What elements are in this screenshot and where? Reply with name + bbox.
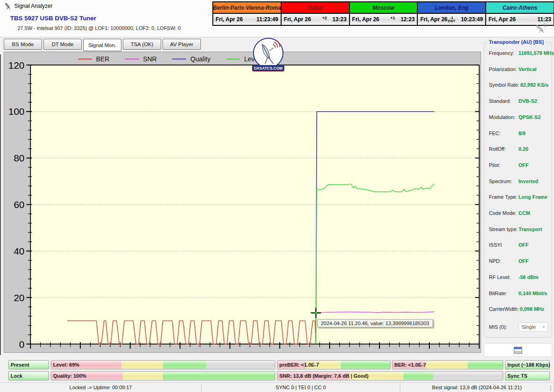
status-best-signal: Best signal: 13,9 dB (2024-04-26 11:21)	[400, 383, 554, 392]
clock-utc-offset: -1DST	[447, 14, 461, 22]
gauge-label: Quality: 100%	[53, 372, 86, 380]
transponder-value: 8/9	[518, 131, 525, 136]
gauge-label: BER: <1.0E-7	[394, 361, 426, 369]
svg-text:0: 0	[19, 339, 24, 350]
preber-gauge: preBER: <1.0E-7	[277, 360, 391, 369]
transponder-sidebar: Transponder (AU) [BS] Frequency:11691,57…	[484, 39, 552, 338]
gauge-label: preBER: <1.0E-7	[279, 361, 319, 369]
svg-text:60: 60	[14, 199, 24, 210]
window-title: Signal Analyzer	[14, 0, 53, 12]
lock-indicator: Lock	[8, 371, 49, 380]
gauge-label: SNR: 13,8 dB (Margin: 7,6 dB | Good)	[279, 372, 368, 380]
sync-ts-indicator: Sync TS	[505, 371, 550, 380]
transponder-list-button[interactable]	[484, 343, 552, 357]
transponder-label: Polarization:	[489, 66, 518, 72]
transponder-value: 0.20	[518, 146, 528, 152]
tab-signal-mon-[interactable]: Signal Mon.	[83, 39, 121, 51]
clock-time-value: 13:23	[332, 16, 347, 23]
transponder-row: Spectrum:Inverted	[489, 178, 548, 184]
transponder-row: FEC:8/9	[489, 131, 548, 136]
transponder-groupbox: Transponder (AU) [BS] Frequency:11691,57…	[484, 42, 552, 338]
dxsatcs-logo: DXSATCS.COM	[251, 38, 285, 71]
tab-av-player[interactable]: AV Player	[163, 39, 201, 50]
gauge-segment-green	[403, 372, 433, 380]
transponder-value: Vertical	[518, 66, 536, 72]
level-gauge: Level: 69%	[51, 360, 275, 369]
transponder-label: Stream type:	[489, 226, 518, 232]
transponder-value: Inverted	[518, 178, 538, 184]
transponder-label: Frequency:	[489, 50, 518, 56]
transponder-row: NPD:OFF	[489, 258, 548, 264]
gauge-segment-gray	[206, 361, 275, 369]
tuner-title: TBS 5927 USB DVB-S2 Tuner	[10, 15, 96, 22]
clock-date: Fri, Apr 26	[284, 16, 311, 23]
gauge-label: Level: 69%	[53, 361, 79, 369]
status-sync-counters: SYNC 0 | TEI 0 | CC 0	[202, 383, 400, 392]
tab-tsa-ok-[interactable]: TSA (OK)	[123, 39, 161, 50]
transponder-label: Spectrum:	[489, 178, 518, 184]
transponder-row: Symbol Rate:82,992 KS/s	[489, 82, 548, 88]
clock-utc-offset: +2	[311, 16, 332, 20]
transponder-row: Code Mode:CCM	[489, 210, 548, 216]
transponder-value: OFF	[518, 242, 529, 248]
transponder-row: ISSYIOFF	[489, 242, 548, 248]
transponder-value: 11691,579 MHz	[518, 50, 554, 56]
clock-zone-name-2: Moscow	[350, 2, 417, 13]
transponder-value: 82,992 KS/s	[520, 82, 548, 88]
transponder-row: RollOff:0.20	[489, 146, 548, 152]
transponder-row: Stream type:Transport	[489, 226, 548, 232]
logo-dish-art	[256, 41, 281, 65]
transponder-row-mis: MIS (0):Single▾	[489, 322, 548, 332]
transponder-label: Symbol Rate:	[489, 82, 519, 88]
transponder-row: CarrierWidth:0,098 MHz	[489, 306, 548, 312]
gauge-segment-yellow	[121, 361, 163, 369]
status-bar: Locked -> Uptime: 00:09:17 SYNC 0 | TEI …	[0, 382, 554, 392]
transponder-label: Standard:	[489, 98, 518, 104]
clock-date: Fri, Apr 26	[216, 16, 243, 23]
window-list-icon	[514, 347, 522, 354]
clock-zone-time-3: Fri, Apr 26-1DST10:23:49	[418, 14, 485, 25]
transponder-label: NPD:	[489, 258, 518, 264]
signal-chart-panel: BERSNRQualityLevel 020406080100120	[4, 52, 481, 353]
transponder-value: OFF	[518, 258, 529, 264]
gauge-segment-yellow	[426, 361, 468, 369]
transponder-label: Pilot:	[489, 162, 518, 168]
tab-dt-mode[interactable]: DT Mode	[43, 39, 82, 50]
window-left-edge	[0, 54, 1, 355]
satellite-dish-icon	[4, 2, 12, 10]
clock-time-value: 10:23:49	[461, 16, 483, 23]
transponder-label: CarrierWidth:	[489, 306, 519, 312]
resize-grip[interactable]	[549, 385, 553, 391]
transponder-value: 0,140 Mbit/s	[518, 291, 547, 296]
transponder-label: RF Level:	[489, 274, 518, 280]
svg-text:120: 120	[8, 60, 24, 71]
mis-dropdown[interactable]: Single▾	[518, 322, 548, 332]
transponder-label: RollOff:	[489, 146, 518, 152]
present-indicator: Present	[8, 360, 49, 369]
transponder-label: Code Mode:	[489, 210, 518, 216]
transponder-value: CCM	[518, 210, 530, 216]
svg-text:100: 100	[8, 106, 24, 117]
transponder-value: QPSK-S2	[518, 114, 541, 120]
transponder-row: Frequency:11691,579 MHz	[489, 50, 548, 56]
gauge-segment-green	[341, 361, 390, 369]
transponder-value: 0,098 MHz	[520, 306, 544, 312]
gauge-segment-gray	[433, 372, 503, 380]
gauge-segment-green	[468, 361, 503, 369]
transponder-row: Polarization:Vertical	[489, 66, 548, 72]
gauge-segment-green	[163, 372, 275, 380]
mis-value: Single	[522, 324, 536, 330]
transponder-label: BitRate:	[489, 291, 518, 296]
svg-text:20: 20	[14, 292, 24, 303]
dxsatcs-logo-text: DXSATCS.COM	[252, 65, 284, 71]
gauge-segment-yellow	[123, 372, 163, 380]
signal-analyzer-window: Signal Analyzer TBS 5927 USB DVB-S2 Tune…	[0, 0, 554, 392]
transponder-value: DVB-S2	[518, 98, 537, 104]
transponder-label: Frame Type:	[489, 194, 518, 200]
input-indicator: Input (~188 Kbps)	[505, 360, 550, 369]
svg-text:80: 80	[14, 153, 24, 163]
tab-bs-mode[interactable]: BS Mode	[4, 39, 42, 50]
satellite-icon	[534, 23, 550, 33]
clock-time-value: 11:23	[537, 16, 551, 23]
clock-date: Fri, Apr 26	[420, 16, 447, 23]
